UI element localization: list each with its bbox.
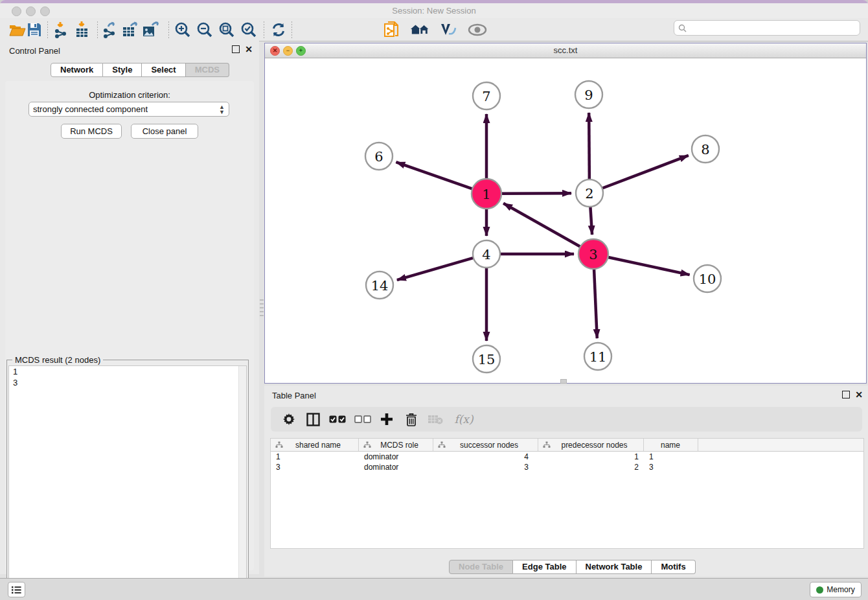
memory-status-icon: [816, 586, 823, 594]
graph-node-10[interactable]: 10: [694, 265, 721, 292]
graph-edge-1-6[interactable]: [396, 162, 474, 189]
graph-edge-4-14[interactable]: [397, 257, 475, 280]
memory-button[interactable]: Memory: [810, 582, 862, 597]
import-network-icon[interactable]: [52, 20, 71, 40]
table-cell[interactable]: 3: [644, 462, 698, 472]
optimization-criterion-select[interactable]: strongly connected component ▲▼: [29, 102, 229, 117]
table-cell[interactable]: dominator: [359, 452, 433, 462]
table-cell[interactable]: 1: [271, 452, 359, 462]
node-table[interactable]: shared name MCDS role successor nodes pr…: [270, 438, 864, 549]
selected-option: strongly connected component: [33, 104, 219, 114]
apply-style-icon[interactable]: [439, 20, 458, 40]
select-all-icon[interactable]: [328, 410, 347, 429]
tab-network-table[interactable]: Network Table: [577, 560, 652, 574]
mcds-panel: Optimization criterion: strongly connect…: [5, 81, 254, 570]
search-input[interactable]: [689, 23, 860, 33]
graph-node-7[interactable]: 7: [473, 82, 500, 110]
node-label: 15: [478, 352, 496, 367]
network-graph[interactable]: 1234678910111415: [265, 58, 865, 383]
graph-edge-3-11[interactable]: [594, 268, 597, 338]
table-cell[interactable]: 2: [538, 462, 644, 472]
table-cell[interactable]: dominator: [359, 462, 433, 472]
graph-node-8[interactable]: 8: [692, 135, 719, 163]
tab-style[interactable]: Style: [103, 63, 142, 77]
network-window-titlebar[interactable]: ✕ − + scc.txt: [265, 43, 866, 58]
graph-node-9[interactable]: 9: [575, 81, 602, 108]
close-panel-icon[interactable]: ✕: [245, 46, 253, 52]
table-cell[interactable]: 3: [433, 462, 538, 472]
table-row[interactable]: 1dominator411: [271, 452, 863, 462]
graph-node-1[interactable]: 1: [472, 179, 501, 209]
show-panels-button[interactable]: [8, 582, 25, 597]
graph-edge-2-9[interactable]: [589, 113, 589, 181]
graph-edge-3-1[interactable]: [503, 203, 582, 248]
chevron-up-down-icon: ▲▼: [219, 104, 225, 115]
table-cell[interactable]: 1: [644, 452, 698, 462]
panel-splitter-handle[interactable]: [260, 299, 264, 316]
tab-mcds[interactable]: MCDS: [186, 63, 229, 77]
zoom-out-icon[interactable]: [195, 20, 214, 40]
column-header-MCDS-role[interactable]: MCDS role: [359, 439, 433, 451]
table-cell[interactable]: 1: [538, 452, 644, 462]
save-session-icon[interactable]: [25, 20, 44, 40]
zoom-selected-icon[interactable]: [239, 20, 258, 40]
tab-node-table[interactable]: Node Table: [449, 560, 513, 574]
tab-select[interactable]: Select: [142, 63, 185, 77]
clone-network-icon[interactable]: [382, 20, 402, 40]
deselect-all-icon[interactable]: [353, 410, 372, 429]
float-panel-icon[interactable]: [232, 45, 240, 53]
graph-edge-2-8[interactable]: [601, 156, 689, 189]
column-header-predecessor-nodes[interactable]: predecessor nodes: [538, 439, 644, 451]
graph-node-4[interactable]: 4: [473, 240, 500, 268]
graph-edge-3-10[interactable]: [607, 257, 690, 275]
home-view-icon[interactable]: [410, 20, 429, 40]
column-header-shared-name[interactable]: shared name: [271, 439, 359, 451]
list-icon: [12, 586, 21, 594]
node-label: 2: [585, 186, 593, 202]
graph-node-6[interactable]: 6: [365, 143, 393, 170]
add-icon[interactable]: [377, 410, 396, 429]
column-header-name[interactable]: name: [644, 439, 698, 451]
table-cell[interactable]: 3: [271, 462, 359, 472]
tab-edge-table[interactable]: Edge Table: [513, 560, 576, 574]
control-panel: Control Panel ✕ NetworkStyleSelectMCDS O…: [0, 41, 259, 574]
tab-network[interactable]: Network: [51, 63, 103, 77]
search-field[interactable]: [674, 20, 860, 36]
graph-node-14[interactable]: 14: [366, 271, 393, 299]
network-canvas[interactable]: 1234678910111415: [265, 58, 866, 383]
settings-gear-icon[interactable]: [279, 410, 299, 429]
column-header-successor-nodes[interactable]: successor nodes: [433, 439, 538, 451]
zoom-fit-icon[interactable]: [217, 20, 236, 40]
graph-edge-2-3[interactable]: [590, 205, 592, 235]
close-panel-icon[interactable]: ✕: [855, 391, 863, 398]
window-resize-handle[interactable]: [560, 379, 567, 384]
optimization-criterion-label: Optimization criterion:: [5, 90, 254, 100]
export-table-icon[interactable]: [120, 20, 140, 40]
delete-trash-icon[interactable]: [402, 410, 421, 429]
export-image-icon[interactable]: [141, 20, 161, 40]
split-view-icon[interactable]: [303, 410, 323, 429]
table-panel-title: Table Panel: [272, 391, 316, 400]
import-table-icon[interactable]: [72, 20, 91, 40]
run-mcds-button[interactable]: Run MCDS: [61, 124, 122, 139]
graph-node-15[interactable]: 15: [473, 345, 500, 373]
table-cell[interactable]: 4: [433, 452, 538, 462]
control-panel-title: Control Panel: [9, 46, 60, 56]
table-row[interactable]: 3dominator323: [271, 462, 863, 472]
graph-node-2[interactable]: 2: [576, 179, 603, 207]
close-panel-button[interactable]: Close panel: [131, 124, 198, 139]
scrollbar-track[interactable]: [238, 366, 246, 600]
float-panel-icon[interactable]: [842, 391, 850, 398]
graph-node-11[interactable]: 11: [584, 343, 611, 370]
zoom-in-icon[interactable]: [173, 20, 192, 40]
toolbar-separator: [47, 21, 48, 38]
export-network-icon[interactable]: [100, 20, 120, 40]
graph-edge-1-2[interactable]: [500, 193, 571, 194]
show-hide-icon[interactable]: [468, 20, 487, 40]
tab-motifs[interactable]: Motifs: [652, 560, 695, 574]
mcds-result-list[interactable]: 13: [8, 365, 247, 600]
refresh-layout-icon[interactable]: [269, 20, 288, 40]
graph-node-3[interactable]: 3: [578, 239, 608, 269]
toolbar-separator: [168, 21, 169, 38]
network-title: scc.txt: [265, 45, 866, 55]
